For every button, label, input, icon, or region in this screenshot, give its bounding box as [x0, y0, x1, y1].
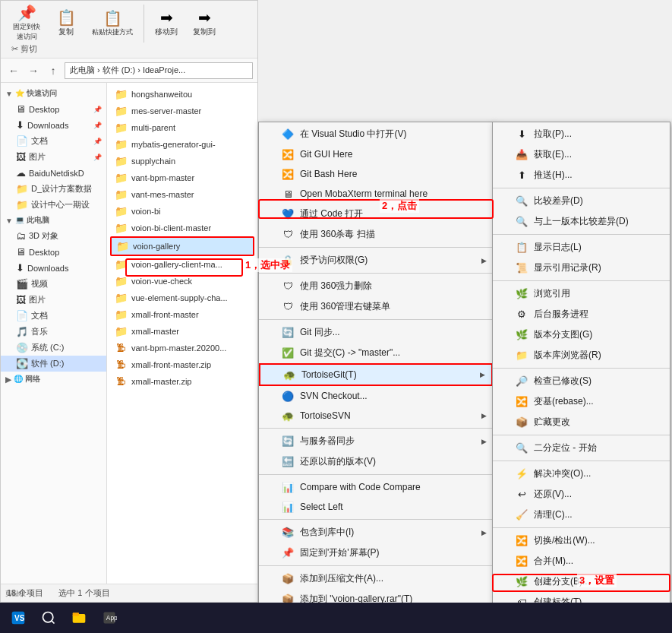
sidebar-item-c-drive[interactable]: 💿 系统 (C:) — [1, 340, 106, 356]
cm2-check-modified[interactable]: 🔎 检查已修改(S) — [493, 371, 670, 391]
cm-access[interactable]: 🔒 授予访问权限(G) — [259, 250, 493, 271]
cm-git-sync[interactable]: 🔄 Git 同步... — [259, 322, 493, 343]
sidebar-item-design-center[interactable]: 📁 设计中心一期设 — [1, 197, 106, 213]
file-item-xmall-front[interactable]: 📁 xmall-front-master — [110, 306, 254, 323]
sidebar-item-downloads2[interactable]: ⬇ Downloads — [1, 260, 106, 276]
cm-server-sync[interactable]: 🔄 与服务器同步 — [259, 431, 493, 451]
sidebar-section-thispc[interactable]: ▼ 💻 此电脑 — [1, 213, 106, 228]
copy-icon: 📋 — [57, 10, 76, 25]
cm2-clean[interactable]: 🧹 清理(C)... — [493, 505, 670, 525]
file-item-hongshanweitou[interactable]: 📁 hongshanweitou — [110, 86, 254, 103]
sidebar-section-network[interactable]: ▶ 🌐 网络 — [1, 372, 106, 387]
sidebar: ▼ ⭐ 快速访问 🖥 Desktop 📌 ⬇ Downloads 📌 📄 文档 … — [1, 83, 107, 584]
cm2-stash[interactable]: 📦 贮藏更改 — [493, 412, 670, 432]
sidebar-item-3d[interactable]: 🗂 3D 对象 — [1, 228, 106, 244]
sidebar-item-desktop2[interactable]: 🖥 Desktop — [1, 244, 106, 260]
file-item-voion-bi-client[interactable]: 📁 voion-bi-client-master — [110, 220, 254, 236]
cm-360-manage[interactable]: 🛡 使用 360管理右键菜单 — [259, 296, 493, 317]
taskbar-explorer[interactable] — [65, 604, 93, 631]
folder-icon: 📁 — [115, 292, 127, 304]
cm2-merge[interactable]: 🔀 合并(M)... — [493, 551, 670, 571]
sidebar-item-d-drive[interactable]: 💽 软件 (D:) — [1, 356, 106, 372]
file-item-multi-parent[interactable]: 📁 multi-parent — [110, 119, 254, 136]
create-branch-icon: 🌿 — [516, 576, 528, 588]
cm-git-bash[interactable]: 🔀 Git Bash Here — [259, 164, 493, 184]
folder-icon: 📁 — [115, 309, 127, 321]
cm2-daemon[interactable]: ⚙ 后台服务进程 — [493, 304, 670, 324]
pin-to-quickaccess-button[interactable]: 📌 固定到快速访问 — [8, 4, 45, 43]
sidebar-section-quickaccess[interactable]: ▼ ⭐ 快速访问 — [1, 86, 106, 101]
file-item-xmall-master-zip[interactable]: 🗜 xmall-master.zip — [110, 373, 254, 390]
sidebar-item-desktop1[interactable]: 🖥 Desktop 📌 — [1, 101, 106, 117]
file-item-voion-bi[interactable]: 📁 voion-bi — [110, 203, 254, 220]
file-item-supplychain[interactable]: 📁 supplychain — [110, 153, 254, 169]
paste-shortcut-button[interactable]: 📋 粘贴快捷方式 — [87, 9, 137, 39]
sidebar-item-baidu[interactable]: ☁ BaiduNetdiskD — [1, 165, 106, 181]
cm2-ref-log[interactable]: 📜 显示引用记录(R) — [493, 258, 670, 278]
forward-button[interactable]: → — [25, 62, 42, 79]
git-sync-icon: 🔄 — [282, 327, 294, 339]
folder-icon: 📁 — [115, 138, 127, 150]
cm-restore-prev[interactable]: 🔙 还原以前的版本(V) — [259, 451, 493, 472]
cm2-resolve-conflict[interactable]: ⚡ 解决冲突(O)... — [493, 464, 670, 484]
file-item-vue-element[interactable]: 📁 vue-element-supply-cha... — [110, 290, 254, 306]
file-item-voion-gallery-client[interactable]: 📁 voion-gallery-client-ma... — [110, 256, 254, 273]
cm-360-scan[interactable]: 🛡 使用 360杀毒 扫描 — [259, 224, 493, 245]
taskbar-vscode[interactable]: VS — [5, 604, 32, 631]
file-item-voion-vue[interactable]: 📁 voion-vue-check — [110, 273, 254, 290]
sidebar-item-pictures1[interactable]: 🖼 图片 📌 — [1, 149, 106, 165]
cm-pin-start[interactable]: 📌 固定到'开始'屏幕(P) — [259, 543, 493, 563]
sidebar-item-pictures2[interactable]: 🖼 图片 — [1, 292, 106, 308]
cm2-rebase[interactable]: 🔀 变基(rebase)... — [493, 391, 670, 412]
cm-visual-studio[interactable]: 🔷 在 Visual Studio 中打开(V) — [259, 124, 493, 144]
move-to-button[interactable]: ➡ 移动到 — [150, 8, 182, 39]
cm-code-compare[interactable]: 📊 Compare with Code Compare — [259, 477, 493, 497]
cm2-diff[interactable]: 🔍 比较差异(D) — [493, 191, 670, 211]
up-button[interactable]: ↑ — [45, 62, 62, 79]
file-item-vant-mes[interactable]: 📁 vant-mes-master — [110, 186, 254, 203]
cm2-revision-graph[interactable]: 🌿 版本分支图(G) — [493, 324, 670, 345]
taskbar-app4[interactable]: App — [96, 604, 123, 631]
cm2-fetch[interactable]: 📥 获取(E)... — [493, 144, 670, 165]
cm2-browse-refs[interactable]: 🌿 浏览引用 — [493, 283, 670, 304]
cm-include-library[interactable]: 📚 包含到库中(I) — [259, 522, 493, 543]
cm-add-archive[interactable]: 📦 添加到压缩文件(A)... — [259, 568, 493, 589]
sidebar-item-music[interactable]: 🎵 音乐 — [1, 324, 106, 340]
cm-360-delete[interactable]: 🛡 使用 360强力删除 — [259, 276, 493, 296]
cm2-pull[interactable]: ⬇ 拉取(P)... — [493, 124, 670, 144]
address-path-input[interactable] — [65, 62, 253, 79]
cm-git-gui[interactable]: 🔀 Git GUI Here — [259, 144, 493, 164]
taskbar-search[interactable] — [35, 604, 62, 631]
sidebar-item-video[interactable]: 🎬 视频 — [1, 276, 106, 292]
copy-button[interactable]: 📋 复制 — [51, 8, 81, 39]
file-item-xmall-front-zip[interactable]: 🗜 xmall-front-master.zip — [110, 356, 254, 373]
sidebar-item-docs1[interactable]: 📄 文档 📌 — [1, 133, 106, 149]
file-item-mybatis[interactable]: 📁 mybatis-generator-gui- — [110, 136, 254, 153]
file-item-vant-bpm[interactable]: 📁 vant-bpm-master — [110, 169, 254, 186]
copy-to-button[interactable]: ➡ 复制到 — [188, 8, 220, 39]
file-item-vant-bpm-zip[interactable]: 🗜 vant-bpm-master.20200... — [110, 340, 254, 356]
cm2-diff-prev[interactable]: 🔍 与上一版本比较差异(D) — [493, 211, 670, 232]
cm2-bisect[interactable]: 🔍 二分定位 - 开始 — [493, 438, 670, 458]
cm2-repo-browser[interactable]: 📁 版本库浏览器(R) — [493, 345, 670, 366]
cm2-push[interactable]: ⬆ 推送(H)... — [493, 165, 670, 185]
sidebar-network-label: 🌐 网络 — [14, 374, 40, 385]
cm-tortoisesvn[interactable]: 🐢 TortoiseSVN — [259, 406, 493, 426]
cm-vscode[interactable]: 💙 通过 Code 打开 — [259, 204, 493, 224]
cm2-checkout[interactable]: 🔀 切换/检出(W)... — [493, 530, 670, 551]
sidebar-item-downloads1[interactable]: ⬇ Downloads 📌 — [1, 117, 106, 133]
cm2-show-log[interactable]: 📋 显示日志(L) — [493, 237, 670, 258]
cm-tortoisegit[interactable]: 🐢 TortoiseGit(T) — [259, 363, 493, 386]
back-button[interactable]: ← — [5, 62, 22, 79]
cm-svn-checkout[interactable]: 🔵 SVN Checkout... — [259, 386, 493, 406]
cm2-create-branch[interactable]: 🌿 创建分支(B)... — [493, 571, 670, 592]
sidebar-item-docs2[interactable]: 📄 文档 — [1, 308, 106, 324]
cm-mobaxterm[interactable]: 🖥 Open MobaXterm terminal here — [259, 184, 493, 204]
cm2-revert[interactable]: ↩ 还原(V)... — [493, 484, 670, 505]
file-item-xmall-master[interactable]: 📁 xmall-master — [110, 323, 254, 340]
cm-select-left[interactable]: 📊 Select Left — [259, 497, 493, 517]
file-item-mes-server[interactable]: 📁 mes-server-master — [110, 103, 254, 119]
sidebar-item-design-data[interactable]: 📁 D_设计方案数据 — [1, 181, 106, 197]
file-item-voion-gallery[interactable]: 📁 voion-gallery — [110, 236, 254, 256]
cm-git-commit[interactable]: ✅ Git 提交(C) -> "master"... — [259, 343, 493, 363]
